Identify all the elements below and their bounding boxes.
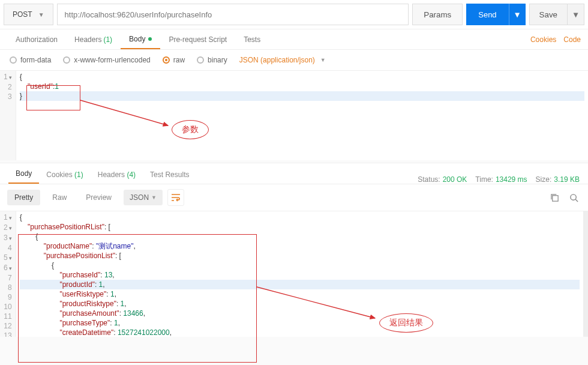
response-size: Size:3.19 KB <box>536 175 580 184</box>
code-link[interactable]: Code <box>563 35 581 44</box>
modified-dot-icon <box>148 37 152 41</box>
request-body-editor[interactable]: 1▾23 { "userId":1 } <box>0 70 588 160</box>
chevron-down-icon: ▼ <box>38 11 44 18</box>
body-type-row: form-data x-www-form-urlencoded raw bina… <box>0 50 588 70</box>
response-time: Time:13429 ms <box>475 175 527 184</box>
view-preview[interactable]: Preview <box>79 190 119 205</box>
tab-response-body[interactable]: Body <box>8 169 39 184</box>
send-dropdown-button[interactable]: ▼ <box>509 4 526 25</box>
view-pretty[interactable]: Pretty <box>7 190 40 205</box>
tab-body[interactable]: Body <box>121 29 160 49</box>
line-gutter: 1▾23 <box>0 71 16 160</box>
cookies-link[interactable]: Cookies <box>530 35 556 44</box>
tab-response-headers[interactable]: Headers (4) <box>91 170 143 184</box>
tab-response-cookies[interactable]: Cookies (1) <box>39 170 90 184</box>
send-group: Send ▼ <box>466 4 525 25</box>
tab-authorization[interactable]: Authorization <box>7 29 66 49</box>
http-method-select[interactable]: POST ▼ <box>4 4 53 25</box>
response-body-editor[interactable]: 1▾2▾3▾45▾6▾78910111213141516 { "purchase… <box>0 211 588 337</box>
code-area[interactable]: { "purchasePositionRList": [ { "productN… <box>16 211 583 337</box>
save-dropdown-button[interactable]: ▼ <box>568 4 584 25</box>
response-toolbar: Pretty Raw Preview JSON▼ <box>0 184 588 211</box>
radio-urlencoded[interactable]: x-www-form-urlencoded <box>63 56 150 64</box>
response-tabs: Body Cookies (1) Headers (4) Test Result… <box>0 163 588 184</box>
params-button[interactable]: Params <box>412 4 463 25</box>
radio-binary[interactable]: binary <box>197 56 227 64</box>
response-format-select[interactable]: JSON▼ <box>124 190 163 205</box>
tab-test-results[interactable]: Test Results <box>143 170 196 184</box>
search-icon[interactable] <box>566 190 581 205</box>
save-button[interactable]: Save <box>529 4 568 25</box>
radio-form-data[interactable]: form-data <box>10 56 51 64</box>
svg-point-1 <box>570 194 575 199</box>
status-code: Status:200 OK <box>418 175 467 184</box>
wrap-lines-button[interactable] <box>167 189 184 206</box>
url-input[interactable] <box>57 4 409 25</box>
http-method-label: POST <box>13 10 32 19</box>
view-raw[interactable]: Raw <box>45 190 74 205</box>
tab-headers[interactable]: Headers(1) <box>66 29 121 49</box>
copy-icon[interactable] <box>547 190 562 205</box>
request-toolbar: POST ▼ Params Send ▼ Save ▼ <box>0 0 588 29</box>
code-area[interactable]: { "userId":1 } <box>16 71 588 160</box>
radio-raw[interactable]: raw <box>163 56 185 64</box>
tab-tests[interactable]: Tests <box>235 29 269 49</box>
line-gutter: 1▾2▾3▾45▾6▾78910111213141516 <box>0 211 16 337</box>
tab-prerequest[interactable]: Pre-request Script <box>160 29 235 49</box>
svg-rect-0 <box>552 195 557 201</box>
chevron-down-icon: ▼ <box>320 57 326 63</box>
content-type-select[interactable]: JSON (application/json)▼ <box>239 56 326 64</box>
send-button[interactable]: Send <box>466 4 508 25</box>
chevron-down-icon: ▼ <box>151 195 157 201</box>
request-tabs: Authorization Headers(1) Body Pre-reques… <box>0 29 588 50</box>
save-group: Save ▼ <box>529 4 584 25</box>
